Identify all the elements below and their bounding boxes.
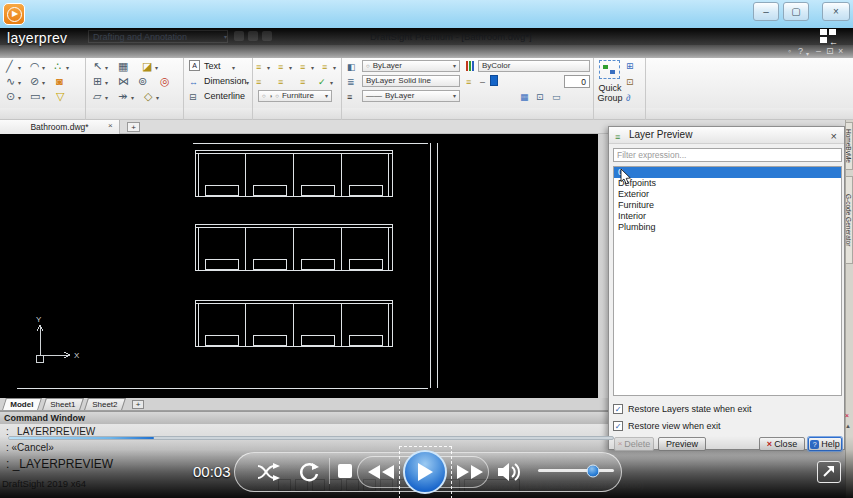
doc-minimize-icon[interactable]: ‒ — [816, 46, 821, 57]
color-mode-dropdown[interactable]: ByColor — [478, 60, 590, 72]
restore-layers-checkbox[interactable]: ✓ — [613, 404, 623, 414]
document-tab-bathroom[interactable]: Bathroom.dwg* — [0, 120, 120, 134]
mirror-tool-icon[interactable]: ⋈ — [118, 75, 129, 87]
properties-palette-icon[interactable]: ▦ — [520, 91, 529, 103]
rectangle-dropdown-icon[interactable]: ▾ — [42, 94, 45, 102]
shuffle-button[interactable] — [256, 462, 283, 482]
centerline-tool-label[interactable]: Centerline — [204, 91, 245, 102]
text-tool-icon[interactable]: A — [189, 60, 200, 71]
dimension-tool-label[interactable]: Dimension — [204, 76, 247, 87]
ribbon-overflow-icon[interactable]: ◦ — [788, 46, 791, 57]
stop-button[interactable] — [337, 463, 353, 479]
doc-close-icon[interactable]: × — [838, 46, 843, 57]
text-tool-label[interactable]: Text — [204, 61, 221, 72]
replay-button[interactable] — [298, 461, 320, 483]
offset-tool-icon[interactable]: ⊚ — [138, 75, 147, 87]
layer-state-check-icon[interactable]: ✓ — [318, 76, 326, 88]
window-close-button[interactable]: × — [822, 2, 850, 21]
quick-group-button[interactable]: Quick Group — [593, 83, 627, 103]
layer-list-item-furniture[interactable]: Furniture — [614, 200, 841, 211]
volume-button[interactable] — [497, 461, 523, 483]
tab-model[interactable]: Model — [2, 398, 42, 410]
save-file-icon[interactable] — [262, 31, 272, 41]
drawing-scrollbar[interactable] — [598, 134, 608, 410]
palette-tab-gcode-generator[interactable]: G-code Generator — [845, 176, 853, 264]
transparency-value-field[interactable]: 0 — [564, 75, 590, 88]
arc-dropdown-icon[interactable]: ▾ — [42, 64, 45, 72]
window-maximize-button[interactable]: ▢ — [783, 2, 809, 21]
stretch-dropdown-icon[interactable]: ▾ — [105, 94, 108, 102]
fullscreen-button[interactable] — [817, 461, 841, 483]
dialog-close-icon[interactable]: × — [831, 128, 837, 144]
channel-watermark-icon[interactable]: ← — [820, 29, 846, 47]
scale-dropdown-icon[interactable]: ▾ — [131, 94, 134, 102]
reference-point-icon[interactable]: ◎ — [160, 75, 170, 87]
scale-tool-icon[interactable]: ↠ — [118, 90, 127, 102]
help-dropdown-icon[interactable]: ▾ — [806, 49, 809, 60]
volume-knob[interactable] — [586, 464, 599, 477]
layer-list-item-defpoints[interactable]: Defpoints — [614, 178, 841, 189]
trim-dropdown-icon[interactable]: ▾ — [156, 94, 159, 102]
layer-state-dropdown-icon[interactable]: ▾ — [330, 79, 333, 87]
seek-bar[interactable] — [8, 436, 614, 440]
picture-group-icon[interactable]: ⊡ — [626, 76, 634, 88]
rewind-button[interactable] — [366, 464, 396, 480]
entity-info-icon[interactable]: ▭ — [552, 91, 561, 103]
line-color-dropdown[interactable]: ○ ByLayer ▾ — [362, 60, 460, 72]
edit-group-icon[interactable]: ∂ — [626, 92, 630, 104]
layer-list-item-plumbing[interactable]: Plumbing — [614, 222, 841, 233]
ellipse-dropdown-icon[interactable]: ▾ — [42, 79, 45, 87]
line-style-icon[interactable]: ≣ — [347, 76, 355, 88]
transparency-icon[interactable]: ≡ — [466, 76, 471, 88]
erase-dropdown-icon[interactable]: ▾ — [155, 64, 158, 72]
erase-tool-icon[interactable]: ◪ — [142, 60, 152, 72]
stretch-tool-icon[interactable]: ▱ — [93, 90, 101, 102]
layer-isolate-dropdown-icon[interactable]: ▾ — [311, 64, 314, 72]
points-dropdown-icon[interactable]: ▾ — [66, 64, 69, 72]
layer-list-item-0[interactable]: 0 — [614, 167, 841, 178]
active-layer-dropdown[interactable]: ○ ◑ ○ Furniture ▾ — [258, 90, 332, 102]
line-weight-dropdown[interactable]: —— ByLayer ▾ — [362, 90, 460, 102]
new-sheet-button[interactable]: + — [132, 400, 144, 409]
layer-freeze-icon[interactable]: ≡ — [278, 61, 283, 73]
drawing-canvas[interactable]: Y X — [0, 134, 598, 398]
points-tool-icon[interactable]: ∴ — [54, 60, 61, 72]
workspace-selector[interactable]: Drafting and Annotation ▾ — [88, 30, 228, 43]
circle-tool-icon[interactable]: ⊙ — [6, 90, 15, 102]
copy-dropdown-icon[interactable]: ▾ — [105, 79, 108, 87]
new-document-tab-button[interactable]: + — [127, 122, 140, 132]
doc-restore-icon[interactable]: ⊡ — [826, 46, 834, 57]
text-dropdown-icon[interactable]: ▾ — [232, 64, 235, 72]
dimension-tool-icon[interactable]: ↔ — [189, 76, 198, 88]
quick-group-icon[interactable] — [599, 60, 620, 79]
volume-slider[interactable] — [538, 469, 614, 472]
layer-delete-icon[interactable]: ≡ — [300, 76, 305, 88]
transparency-slider-handle[interactable] — [490, 75, 498, 86]
property-painter-icon[interactable]: ◧ — [347, 61, 356, 73]
spline-dropdown-icon[interactable]: ▾ — [18, 79, 21, 87]
dialog-titlebar[interactable]: ≡ Layer Preview × — [609, 127, 844, 144]
palette-tab-homebyme[interactable]: HomeByMe — [845, 122, 853, 170]
layer-freeze-dropdown-icon[interactable]: ▾ — [289, 64, 292, 72]
window-minimize-button[interactable]: – — [753, 2, 779, 21]
line-dropdown-icon[interactable]: ▾ — [18, 64, 21, 72]
layer-list[interactable]: 0 Defpoints Exterior Furniture Interior … — [613, 166, 842, 396]
color-bars-icon[interactable] — [466, 61, 474, 71]
line-tool-icon[interactable]: ╱ — [6, 60, 13, 72]
layer-preview-dropdown-icon[interactable]: ▾ — [333, 64, 336, 72]
layer-isolate-icon[interactable]: ≡ — [300, 61, 305, 73]
new-file-icon[interactable] — [234, 31, 244, 41]
pattern-tool-icon[interactable]: ▦ — [118, 60, 128, 72]
tab-sheet1[interactable]: Sheet1 — [42, 398, 84, 410]
layer-manager-dropdown-icon[interactable]: ▾ — [267, 64, 270, 72]
spline-tool-icon[interactable]: ∿ — [6, 75, 15, 87]
layer-list-item-interior[interactable]: Interior — [614, 211, 841, 222]
centerline-tool-icon[interactable]: ⊟ — [189, 91, 197, 103]
layer-list-item-exterior[interactable]: Exterior — [614, 189, 841, 200]
trim-tool-icon[interactable]: ◇ — [144, 90, 152, 102]
entity-group-icon[interactable]: ⊞ — [626, 60, 634, 72]
palette-close-icon[interactable]: × — [845, 412, 849, 419]
layer-preview-icon[interactable]: ≡ — [322, 61, 327, 73]
rectangle-tool-icon[interactable]: ▭ — [30, 90, 40, 102]
circle-dropdown-icon[interactable]: ▾ — [18, 94, 21, 102]
